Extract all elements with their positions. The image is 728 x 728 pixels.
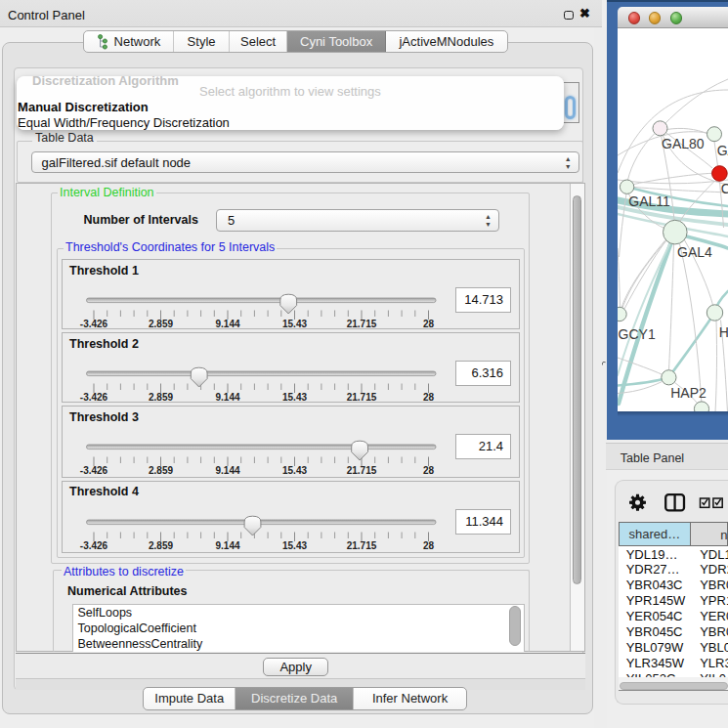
svg-text:21.715: 21.715: [347, 392, 377, 403]
svg-text:C: C: [721, 180, 728, 195]
svg-text:15.43: 15.43: [282, 465, 307, 476]
svg-text:-3.426: -3.426: [80, 465, 108, 476]
svg-text:GA: GA: [717, 142, 728, 157]
svg-text:2.859: 2.859: [149, 539, 173, 550]
svg-text:28: 28: [423, 539, 435, 550]
svg-text:15.43: 15.43: [282, 539, 307, 550]
svg-text:2.859: 2.859: [149, 465, 173, 476]
svg-text:GAL4: GAL4: [677, 244, 712, 260]
svg-text:2.859: 2.859: [149, 319, 173, 329]
svg-text:GCY1: GCY1: [619, 326, 656, 342]
svg-text:HAP2: HAP2: [671, 384, 707, 400]
svg-text:GAL80: GAL80: [662, 135, 705, 150]
svg-text:GAL11: GAL11: [629, 193, 671, 208]
svg-text:H: H: [719, 323, 728, 339]
svg-text:9.144: 9.144: [215, 465, 239, 476]
svg-text:15.43: 15.43: [282, 392, 307, 403]
svg-text:-3.426: -3.426: [80, 539, 108, 550]
svg-text:9.144: 9.144: [215, 319, 239, 329]
svg-text:2.859: 2.859: [149, 392, 173, 403]
svg-text:9.144: 9.144: [215, 539, 239, 550]
svg-text:21.715: 21.715: [347, 465, 377, 476]
svg-text:9.144: 9.144: [215, 392, 239, 403]
svg-text:28: 28: [423, 465, 435, 476]
svg-text:15.43: 15.43: [282, 319, 307, 329]
svg-text:21.715: 21.715: [347, 539, 377, 550]
svg-text:-3.426: -3.426: [80, 392, 108, 403]
svg-text:28: 28: [423, 319, 435, 329]
svg-text:21.715: 21.715: [347, 319, 377, 329]
svg-text:28: 28: [423, 392, 435, 403]
svg-text:-3.426: -3.426: [80, 319, 108, 329]
